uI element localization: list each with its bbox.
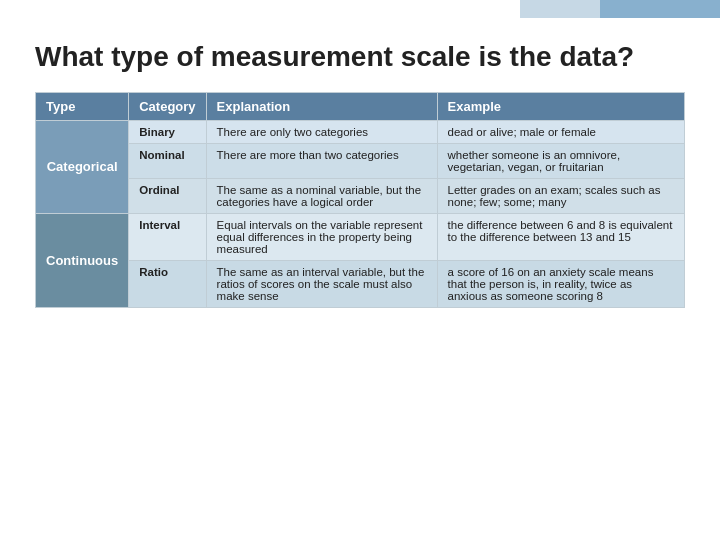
explanation-cell: There are more than two categories: [206, 143, 437, 178]
table-header-row: Type Category Explanation Example: [36, 92, 685, 120]
table-row: NominalThere are more than two categorie…: [36, 143, 685, 178]
example-cell: Letter grades on an exam; scales such as…: [437, 178, 684, 213]
col-header-type: Type: [36, 92, 129, 120]
table-row: CategoricalBinaryThere are only two cate…: [36, 120, 685, 143]
type-cell: Continuous: [36, 213, 129, 307]
measurement-table: Type Category Explanation Example Catego…: [35, 92, 685, 308]
page-title: What type of measurement scale is the da…: [35, 40, 685, 74]
top-bar-accent2: [520, 0, 600, 18]
explanation-cell: The same as an interval variable, but th…: [206, 260, 437, 307]
example-cell: dead or alive; male or female: [437, 120, 684, 143]
col-header-category: Category: [129, 92, 206, 120]
table-row: ContinuousIntervalEqual intervals on the…: [36, 213, 685, 260]
example-cell: a score of 16 on an anxiety scale means …: [437, 260, 684, 307]
top-bar-accent1: [600, 0, 720, 18]
example-cell: the difference between 6 and 8 is equiva…: [437, 213, 684, 260]
category-cell: Ordinal: [129, 178, 206, 213]
explanation-cell: Equal intervals on the variable represen…: [206, 213, 437, 260]
category-cell: Nominal: [129, 143, 206, 178]
col-header-explanation: Explanation: [206, 92, 437, 120]
top-bar: [0, 0, 720, 18]
category-cell: Ratio: [129, 260, 206, 307]
type-cell: Categorical: [36, 120, 129, 213]
example-cell: whether someone is an omnivore, vegetari…: [437, 143, 684, 178]
page-content: What type of measurement scale is the da…: [0, 10, 720, 328]
table-body: CategoricalBinaryThere are only two cate…: [36, 120, 685, 307]
category-cell: Interval: [129, 213, 206, 260]
explanation-cell: The same as a nominal variable, but the …: [206, 178, 437, 213]
col-header-example: Example: [437, 92, 684, 120]
table-row: RatioThe same as an interval variable, b…: [36, 260, 685, 307]
explanation-cell: There are only two categories: [206, 120, 437, 143]
category-cell: Binary: [129, 120, 206, 143]
table-row: OrdinalThe same as a nominal variable, b…: [36, 178, 685, 213]
